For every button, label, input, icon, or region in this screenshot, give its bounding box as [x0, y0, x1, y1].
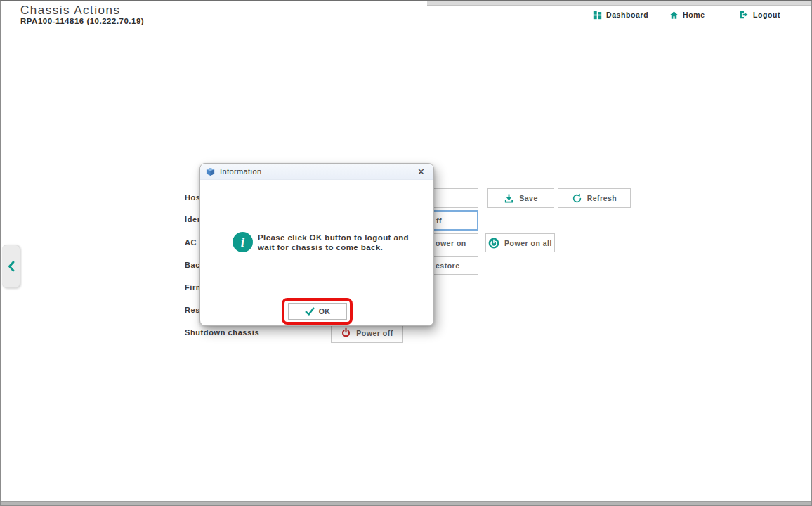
nav-home-label: Home: [683, 11, 705, 19]
dashboard-icon: [593, 11, 602, 20]
dialog-message-line2: wait for chassis to come back.: [258, 242, 409, 252]
logout-icon: [739, 10, 749, 20]
power-off-label: Power off: [356, 329, 393, 337]
power-off-icon: [341, 327, 351, 338]
power-on-all-button[interactable]: Power on all: [485, 233, 555, 252]
sidebar-collapse-handle[interactable]: [2, 245, 20, 288]
refresh-button-label: Refresh: [587, 194, 617, 202]
information-dialog: Information ✕ i Please click OK button t…: [199, 163, 434, 326]
info-icon: i: [233, 232, 253, 252]
home-icon: [669, 11, 679, 20]
close-icon[interactable]: ✕: [414, 167, 428, 177]
refresh-button[interactable]: Refresh: [558, 188, 631, 208]
nav-dashboard-label: Dashboard: [606, 11, 648, 19]
power-on-label-fragment: ower on: [436, 239, 466, 247]
power-on-all-label: Power on all: [504, 239, 552, 247]
row-label-backup: Bac: [185, 261, 200, 269]
nav-logout[interactable]: Logout: [739, 8, 780, 21]
window-bottom-bar: [1, 501, 812, 505]
dialog-app-icon: [206, 167, 215, 176]
check-icon: [305, 307, 315, 316]
window-edge-strip: [427, 1, 812, 6]
save-icon: [504, 193, 514, 204]
save-button-label: Save: [519, 194, 538, 202]
power-on-icon: [488, 238, 499, 249]
chassis-identifier: RPA100-114816 (10.222.70.19): [20, 17, 144, 25]
page-title: Chassis Actions: [20, 4, 121, 18]
save-button[interactable]: Save: [487, 188, 554, 208]
row-label-hostname: Hos: [185, 193, 201, 202]
nav-logout-label: Logout: [753, 11, 780, 19]
nav-home[interactable]: Home: [669, 8, 705, 21]
row-label-ac: AC: [185, 238, 197, 247]
dialog-message-line1: Please click OK button to logout and: [258, 233, 409, 242]
row-label-reset: Res: [185, 306, 200, 314]
ok-button[interactable]: OK: [288, 303, 347, 320]
restore-label-fragment: estore: [436, 261, 460, 270]
refresh-icon: [572, 193, 582, 204]
row-label-shutdown-chassis: Shutdown chassis: [185, 328, 259, 337]
nav-dashboard[interactable]: Dashboard: [593, 8, 648, 21]
identify-off-label-fragment: ff: [436, 216, 442, 225]
dialog-titlebar[interactable]: Information ✕: [200, 164, 433, 180]
chevron-left-icon: [6, 260, 16, 273]
ok-button-label: OK: [319, 307, 331, 316]
dialog-message: Please click OK button to logout and wai…: [258, 233, 409, 252]
app-window: Chassis Actions RPA100-114816 (10.222.70…: [0, 0, 812, 506]
dialog-title: Information: [220, 167, 261, 176]
